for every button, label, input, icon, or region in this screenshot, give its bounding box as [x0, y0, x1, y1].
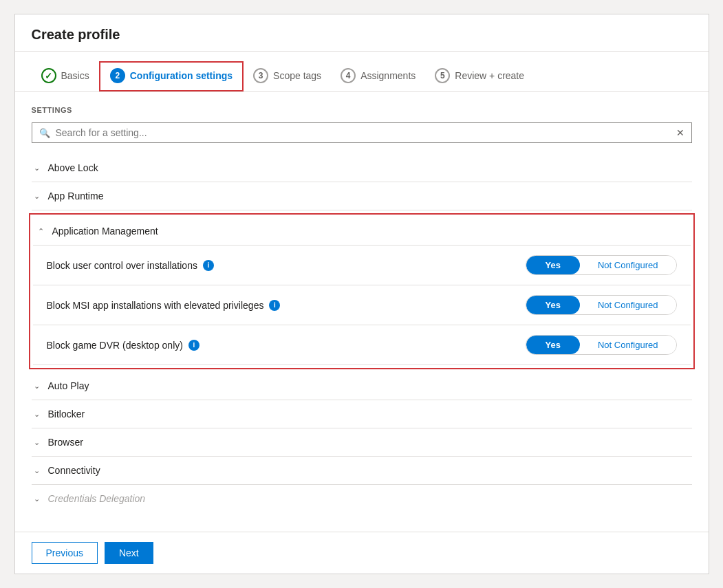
step-assignments[interactable]: 4 Assignments [331, 63, 425, 90]
chevron-down-icon: ⌄ [32, 382, 43, 391]
chevron-up-icon: ⌃ [36, 227, 47, 236]
step-review-circle: 5 [435, 68, 450, 83]
category-credentials-delegation-label: Credentials Delegation [48, 493, 146, 504]
step-assignments-circle: 4 [341, 68, 356, 83]
category-app-runtime[interactable]: ⌄ App Runtime [32, 182, 692, 210]
step-review-number: 5 [440, 71, 445, 80]
step-review[interactable]: 5 Review + create [425, 63, 534, 90]
setting-block-msi-elevated-name: Block MSI app installations with elevate… [47, 300, 515, 311]
step-basics[interactable]: ✓ Basics [32, 63, 99, 90]
category-application-management[interactable]: ⌃ Application Management [33, 217, 691, 246]
chevron-down-icon: ⌄ [32, 494, 43, 503]
setting-block-user-control: Block user control over installations i … [33, 246, 691, 285]
step-assignments-number: 4 [346, 71, 351, 80]
step-configuration-label: Configuration settings [130, 70, 233, 81]
search-icon: 🔍 [39, 128, 50, 138]
category-browser-label: Browser [48, 437, 83, 448]
search-input[interactable] [56, 127, 676, 138]
step-configuration[interactable]: 2 Configuration settings [99, 61, 244, 91]
category-browser[interactable]: ⌄ Browser [32, 428, 692, 457]
info-icon-block-user-control[interactable]: i [203, 260, 214, 271]
chevron-down-icon: ⌄ [32, 192, 43, 201]
toggle-yes-block-user-control[interactable]: Yes [526, 256, 580, 274]
step-basics-circle: ✓ [41, 68, 56, 83]
category-above-lock-label: Above Lock [48, 162, 98, 173]
category-app-runtime-label: App Runtime [48, 190, 104, 202]
create-profile-panel: Create profile ✓ Basics 2 Configuration … [14, 14, 709, 574]
chevron-down-icon: ⌄ [32, 164, 43, 173]
info-icon-block-msi[interactable]: i [269, 300, 280, 311]
category-auto-play-label: Auto Play [48, 380, 89, 391]
category-connectivity[interactable]: ⌄ Connectivity [32, 457, 692, 485]
category-bitlocker[interactable]: ⌄ Bitlocker [32, 400, 692, 428]
step-configuration-number: 2 [115, 71, 120, 80]
category-credentials-delegation[interactable]: ⌄ Credentials Delegation [32, 485, 692, 512]
step-scope[interactable]: 3 Scope tags [244, 63, 331, 90]
chevron-down-icon: ⌄ [32, 466, 43, 475]
panel-header: Create profile [15, 14, 709, 52]
step-scope-number: 3 [259, 71, 263, 80]
category-bitlocker-label: Bitlocker [48, 409, 85, 420]
content-area: SETTINGS 🔍 ✕ ⌄ Above Lock ⌄ App Runtime … [15, 92, 709, 532]
application-management-section: ⌃ Application Management Block user cont… [29, 213, 695, 369]
category-application-management-label: Application Management [52, 226, 158, 237]
toggle-not-configured-block-msi[interactable]: Not Configured [580, 296, 676, 314]
toggle-not-configured-block-user-control[interactable]: Not Configured [580, 256, 676, 274]
toggle-block-msi-elevated: Yes Not Configured [526, 295, 677, 315]
settings-section-header: SETTINGS [32, 106, 692, 114]
previous-button[interactable]: Previous [32, 542, 98, 564]
wizard-steps: ✓ Basics 2 Configuration settings 3 Scop… [15, 52, 709, 92]
step-scope-label: Scope tags [273, 70, 321, 81]
footer: Previous Next [15, 532, 709, 574]
toggle-yes-block-game-dvr[interactable]: Yes [526, 336, 580, 354]
step-scope-circle: 3 [253, 68, 268, 83]
step-configuration-circle: 2 [110, 68, 125, 83]
category-auto-play[interactable]: ⌄ Auto Play [32, 372, 692, 400]
step-review-label: Review + create [455, 70, 524, 81]
category-connectivity-label: Connectivity [48, 465, 100, 476]
clear-icon[interactable]: ✕ [676, 127, 684, 138]
toggle-yes-block-msi[interactable]: Yes [526, 296, 580, 314]
setting-block-user-control-name: Block user control over installations i [47, 260, 515, 271]
category-above-lock[interactable]: ⌄ Above Lock [32, 154, 692, 182]
chevron-down-icon: ⌄ [32, 410, 43, 419]
setting-block-msi-elevated: Block MSI app installations with elevate… [33, 285, 691, 325]
setting-block-user-control-text: Block user control over installations [47, 260, 197, 271]
page-title: Create profile [32, 27, 692, 43]
toggle-not-configured-block-game-dvr[interactable]: Not Configured [580, 336, 676, 354]
step-basics-label: Basics [61, 70, 89, 81]
toggle-block-user-control: Yes Not Configured [526, 255, 677, 275]
setting-block-game-dvr: Block game DVR (desktop only) i Yes Not … [33, 325, 691, 365]
check-icon: ✓ [45, 71, 52, 81]
step-assignments-label: Assignments [360, 70, 416, 81]
next-button[interactable]: Next [105, 542, 153, 564]
toggle-block-game-dvr: Yes Not Configured [526, 335, 677, 355]
chevron-down-icon: ⌄ [32, 438, 43, 447]
search-box: 🔍 ✕ [32, 122, 692, 143]
info-icon-block-game-dvr[interactable]: i [188, 340, 199, 351]
setting-block-msi-elevated-text: Block MSI app installations with elevate… [47, 300, 264, 311]
setting-block-game-dvr-name: Block game DVR (desktop only) i [47, 340, 515, 351]
setting-block-game-dvr-text: Block game DVR (desktop only) [47, 340, 183, 351]
